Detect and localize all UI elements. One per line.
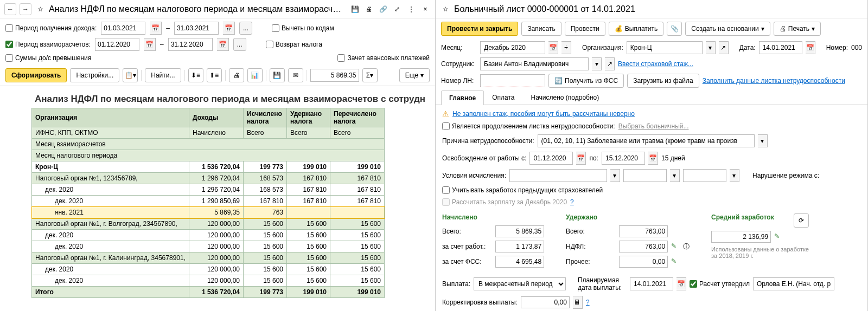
print-button[interactable]: 🖨	[229, 68, 244, 82]
save-icon[interactable]: 💾	[349, 4, 360, 15]
back-button[interactable]: ←	[4, 3, 16, 15]
warning-link[interactable]: Не заполнен стаж, пособия могут быть рас…	[452, 110, 635, 118]
refresh-button[interactable]: ⟳	[794, 213, 809, 228]
tab-accrued-detail[interactable]: Начислено (подробно)	[522, 90, 607, 105]
post-button[interactable]: Провести	[565, 22, 605, 36]
find-button[interactable]: Найти...	[145, 68, 181, 82]
open-icon[interactable]: ↗	[719, 41, 729, 54]
withheld-other-input[interactable]	[619, 256, 668, 268]
link-icon[interactable]: 🔗	[378, 4, 388, 15]
relief-from-input[interactable]	[529, 152, 573, 165]
table-row[interactable]: дек. 2020120 000,0015 60015 60015 600	[32, 264, 385, 275]
calendar-icon[interactable]: 📅	[217, 38, 229, 51]
accrued-fss-input[interactable]	[495, 256, 544, 268]
deduct-codes-checkbox[interactable]: Вычеты по кодам	[272, 24, 334, 32]
pencil-icon[interactable]: ✎	[671, 257, 680, 266]
employee-input[interactable]	[480, 57, 589, 70]
table-row[interactable]: Налоговый орган №1, 123456789,1 296 720,…	[32, 173, 385, 184]
calendar-icon[interactable]: 📅	[676, 277, 686, 290]
income-to-input[interactable]	[174, 22, 219, 35]
expand-all-button[interactable]: ⬇≡	[188, 68, 203, 82]
table-row[interactable]: дек. 2020120 000,0015 60015 60015 600	[32, 275, 385, 287]
insurance-link[interactable]: Ввести страховой стаж...	[618, 60, 693, 68]
table-row[interactable]: Налоговый орган №1, г. Калининград, 3456…	[32, 252, 385, 264]
income-from-input[interactable]	[101, 22, 145, 35]
chevron-down-icon[interactable]: ▾	[730, 169, 739, 182]
pencil-icon[interactable]: ✎	[671, 242, 680, 251]
relief-to-input[interactable]	[602, 152, 645, 165]
tax-return-checkbox[interactable]: Возврат налога	[266, 41, 322, 48]
chevron-down-icon[interactable]: ▾	[758, 134, 768, 147]
tab-main[interactable]: Главное	[441, 90, 484, 105]
chevron-down-icon[interactable]: ▾	[592, 57, 602, 70]
sum-display[interactable]	[310, 69, 359, 82]
calendar-icon[interactable]: 📅	[806, 41, 815, 54]
continuation-checkbox[interactable]: Является продолжением листка нетрудоспос…	[442, 122, 615, 130]
table-row[interactable]: янв. 20215 869,35763	[32, 207, 385, 218]
conditions2-select[interactable]	[623, 169, 667, 182]
table-row[interactable]: Крон-Ц1 536 720,04199 773199 010199 010	[32, 161, 385, 173]
save-variant-button[interactable]: 💾	[270, 68, 285, 82]
chevron-down-icon[interactable]: ▾	[706, 41, 716, 54]
period-picker-button[interactable]: ...	[239, 22, 252, 35]
org-input[interactable]	[627, 41, 703, 54]
reason-select[interactable]	[538, 134, 755, 147]
create-based-button[interactable]: Создать на основании ▾	[685, 22, 770, 36]
sigma-button[interactable]: Σ▾	[362, 68, 378, 82]
ln-number-input[interactable]	[480, 74, 545, 87]
print-menu-button[interactable]: 🖨 Печать ▾	[774, 22, 821, 36]
post-close-button[interactable]: Провести и закрыть	[441, 22, 518, 36]
correction-input[interactable]	[521, 296, 570, 308]
close-icon[interactable]: ×	[420, 4, 431, 15]
accrued-total-input[interactable]	[495, 225, 544, 237]
calendar-icon[interactable]: 📅	[576, 152, 586, 165]
chevron-down-icon[interactable]: ▾	[670, 169, 680, 182]
fss-button[interactable]: 🔄 Получить из ФСС	[548, 74, 624, 88]
month-input[interactable]	[480, 41, 545, 54]
withheld-total-input[interactable]	[619, 225, 668, 237]
tab-payment[interactable]: Оплата	[484, 90, 522, 105]
help-icon[interactable]: ?	[586, 299, 590, 306]
payment-select[interactable]: В межрасчетный период	[474, 277, 566, 290]
open-icon[interactable]: ↗	[605, 57, 615, 70]
choose-sick-link[interactable]: Выбрать больничный...	[618, 122, 689, 130]
table-row[interactable]: дек. 2020120 000,0015 60015 60015 600	[32, 230, 385, 241]
withheld-ndfl-input[interactable]	[619, 241, 668, 252]
table-row[interactable]: дек. 20201 296 720,04168 573167 810167 8…	[32, 184, 385, 196]
forward-button[interactable]: →	[20, 3, 31, 15]
load-file-button[interactable]: Загрузить из файла	[627, 74, 699, 88]
star-icon[interactable]: ☆	[35, 4, 46, 15]
info-icon[interactable]: ⓘ	[683, 242, 690, 251]
calendar-icon[interactable]: 📅	[150, 22, 162, 35]
avg-earnings-input[interactable]	[711, 231, 771, 243]
fill-data-link[interactable]: Заполнить данные листка нетрудоспособнос…	[703, 77, 845, 85]
period-settle-checkbox[interactable]: Период взаиморасчетов:	[5, 41, 91, 48]
collapse-all-button[interactable]: ⬆≡	[207, 68, 222, 82]
table-row[interactable]: дек. 20201 290 850,69167 810167 810167 8…	[32, 196, 385, 207]
calendar-icon[interactable]: 📅	[648, 152, 658, 165]
more-icon[interactable]: ⋮	[406, 4, 417, 15]
period-picker-button[interactable]: ...	[233, 38, 246, 51]
calendar-icon[interactable]: 📅	[144, 38, 156, 51]
chevron-down-icon[interactable]: ▾	[610, 169, 620, 182]
form-button[interactable]: Сформировать	[5, 68, 67, 82]
table-row[interactable]: Налоговый орган №1, г. Волгоград, 234567…	[32, 218, 385, 230]
variants-button[interactable]: 📋▾	[123, 68, 138, 82]
save-button[interactable]: Записать	[521, 22, 561, 36]
advance-offset-checkbox[interactable]: Зачет авансовых платежей	[337, 54, 430, 62]
expand-icon[interactable]: ⤢	[392, 4, 403, 15]
settle-from-input[interactable]	[95, 38, 139, 51]
star-icon[interactable]: ☆	[440, 4, 451, 15]
prev-insurers-checkbox[interactable]: Учитывать заработок предыдущих страховат…	[442, 186, 861, 194]
accrued-employer-input[interactable]	[495, 241, 544, 252]
attach-button[interactable]: 📎	[667, 22, 682, 36]
period-income-checkbox[interactable]: Период получения дохода:	[5, 24, 97, 32]
table-row[interactable]: дек. 2020120 000,0015 60015 60015 600	[32, 241, 385, 252]
chart-button[interactable]: 📊	[247, 68, 263, 82]
help-icon[interactable]: ?	[570, 198, 574, 206]
date-input[interactable]	[759, 41, 802, 54]
calendar-icon[interactable]: 📅	[223, 22, 235, 35]
approved-by-input[interactable]	[753, 277, 834, 290]
approved-checkbox[interactable]: Расчет утвердил	[690, 280, 750, 288]
conditions3-select[interactable]	[683, 169, 726, 182]
